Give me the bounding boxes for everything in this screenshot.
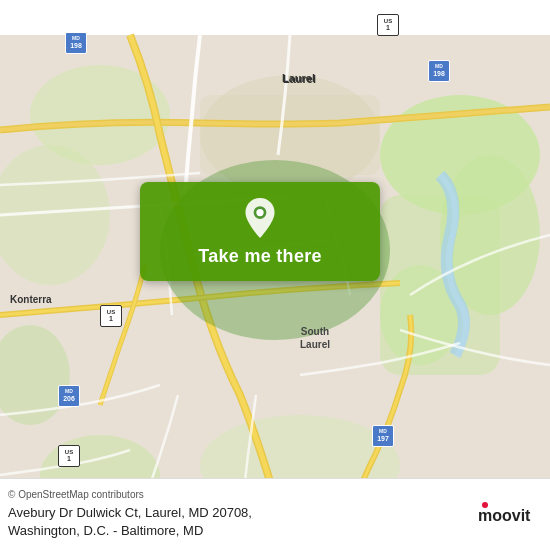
take-me-there-label: Take me there xyxy=(198,246,322,267)
svg-text:moovit: moovit xyxy=(478,507,531,524)
address-info: © OpenStreetMap contributors Avebury Dr … xyxy=(8,489,468,540)
svg-point-14 xyxy=(256,209,263,216)
us1-badge-bottom: US 1 xyxy=(58,445,80,467)
md197-badge: MD 197 xyxy=(372,425,394,447)
osm-attribution: © OpenStreetMap contributors xyxy=(8,489,468,500)
south-laurel-label: SouthLaurel xyxy=(300,325,330,351)
map-container: US 1 MD 198 MD 198 US 1 MD 206 US 1 MD 1… xyxy=(0,0,550,550)
location-pin-icon xyxy=(240,198,280,238)
svg-point-16 xyxy=(482,502,488,508)
take-me-there-button[interactable]: Take me there xyxy=(140,182,380,281)
konterra-label: Konterra xyxy=(10,294,52,305)
md206-badge: MD 206 xyxy=(58,385,80,407)
laurel-place-label: Laurel xyxy=(282,72,315,84)
us1-badge-mid: US 1 xyxy=(100,305,122,327)
bottom-bar: © OpenStreetMap contributors Avebury Dr … xyxy=(0,478,550,550)
address-text: Avebury Dr Dulwick Ct, Laurel, MD 20708,… xyxy=(8,504,388,540)
moovit-logo: moovit xyxy=(478,499,538,529)
md198-badge-left: MD 198 xyxy=(65,32,87,54)
md198-badge-right: MD 198 xyxy=(428,60,450,82)
us1-badge-top: US 1 xyxy=(377,14,399,36)
